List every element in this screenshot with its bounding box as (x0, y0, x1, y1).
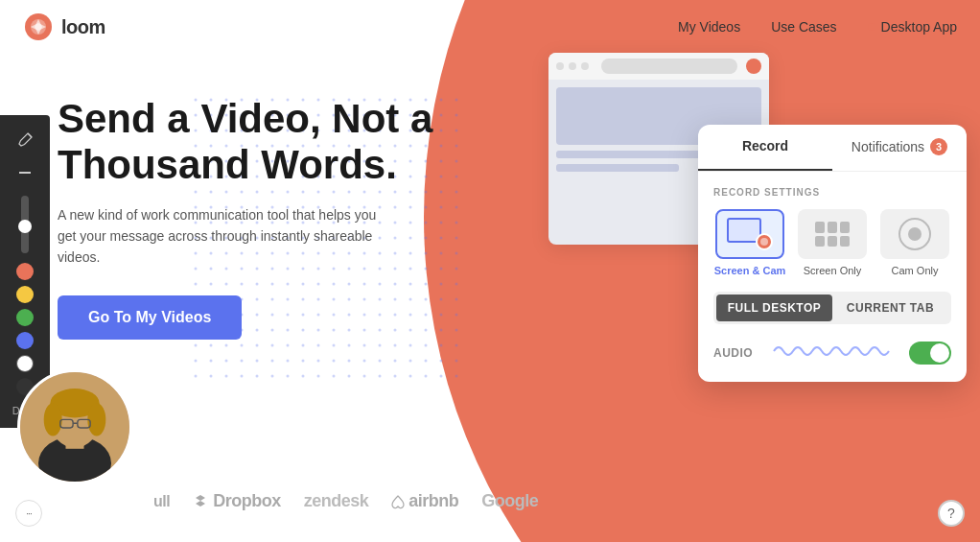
cam-inner (760, 238, 768, 246)
full-desktop-btn[interactable]: FULL DESKTOP (716, 295, 832, 321)
help-icon: ? (947, 506, 955, 521)
headline-line1: Send a Video, Not a (58, 96, 432, 141)
screen-cam-label: Screen & Cam (714, 265, 786, 276)
desktop-dot-icon (868, 23, 875, 31)
cam-only-inner (908, 227, 922, 241)
loom-logo-icon (23, 12, 54, 42)
bottom-left-menu[interactable]: ··· (15, 500, 42, 527)
option-screen-only[interactable]: Screen Only (796, 209, 869, 276)
headline-line2: Thousand Words. (58, 142, 397, 187)
cta-button[interactable]: Go To My Videos (58, 295, 242, 340)
cam-circle (756, 233, 773, 250)
settings-label: RECORD SETTINGS (713, 187, 951, 198)
cam-only-icon (898, 218, 931, 250)
notif-badge: 3 (930, 138, 947, 155)
brand-airbnb: airbnb (391, 491, 458, 511)
browser-content-line-2 (556, 164, 679, 172)
color-swatch-yellow[interactable] (16, 286, 34, 303)
wave-svg (763, 340, 899, 363)
audio-label: AUDIO (713, 346, 754, 360)
avatar (17, 369, 132, 484)
brand-zendesk: zendesk (304, 491, 369, 511)
browser-bar (548, 53, 769, 80)
screen-only-icon (811, 218, 853, 250)
color-swatch-orange[interactable] (16, 263, 34, 280)
line-icon[interactable] (12, 159, 38, 186)
dots-icon: ··· (26, 508, 31, 519)
color-swatch-green[interactable] (16, 309, 34, 326)
nav-desktop-app[interactable]: Desktop App (868, 19, 957, 35)
hero-subtext: A new kind of work communication tool th… (58, 204, 384, 269)
header-nav: My Videos Use Cases Desktop App (678, 19, 957, 35)
screen-cam-icon-box (715, 209, 784, 259)
avatar-image (20, 369, 129, 484)
record-panel: Record Notifications 3 RECORD SETTINGS S… (698, 125, 967, 382)
svg-point-10 (44, 403, 62, 436)
browser-dot-1 (556, 62, 564, 70)
svg-point-11 (87, 403, 105, 436)
grid-cell-3 (840, 222, 850, 233)
browser-dot-3 (581, 62, 589, 70)
svg-marker-15 (196, 495, 205, 507)
brand-logos: ull Dropbox zendesk airbnb Google (153, 491, 538, 511)
cam-only-label: Cam Only (892, 265, 939, 276)
audio-toggle[interactable] (909, 342, 951, 365)
screen-cam-icon (727, 218, 773, 250)
option-screen-cam[interactable]: Screen & Cam (713, 209, 786, 276)
brand-google: Google (481, 491, 538, 511)
grid-cell-2 (828, 222, 837, 233)
nav-my-videos[interactable]: My Videos (678, 19, 740, 35)
grid-cell-4 (815, 236, 825, 247)
browser-dot-2 (569, 62, 576, 70)
grid-cell-5 (828, 236, 837, 247)
record-options: Screen & Cam Screen Only (713, 209, 951, 276)
hero-headline: Send a Video, Not a Thousand Words. (58, 96, 460, 189)
audio-toggle-thumb (930, 343, 949, 363)
option-cam-only[interactable]: Cam Only (878, 209, 951, 276)
grid-cell-6 (840, 236, 850, 247)
brand-hull: ull (153, 493, 170, 510)
cam-only-icon-box (880, 209, 949, 259)
screen-only-icon-box (798, 209, 867, 259)
audio-row: AUDIO (713, 340, 951, 366)
tab-notifications-label: Notifications (852, 139, 924, 154)
pencil-icon[interactable] (12, 127, 38, 153)
audio-wave (763, 340, 899, 366)
size-slider[interactable] (21, 196, 29, 253)
help-button[interactable]: ? (938, 500, 965, 527)
logo-text: loom (61, 16, 105, 38)
tab-notifications[interactable]: Notifications 3 (832, 125, 967, 171)
current-tab-btn[interactable]: CURRENT TAB (832, 295, 948, 321)
grid-cell-1 (815, 222, 825, 233)
browser-url-bar (601, 59, 737, 74)
browser-content-line-1 (556, 151, 720, 158)
screen-only-label: Screen Only (804, 265, 862, 276)
logo: loom (23, 12, 105, 42)
color-swatch-white[interactable] (16, 355, 34, 372)
desktop-tab-toggle: FULL DESKTOP CURRENT TAB (713, 292, 951, 324)
nav-use-cases[interactable]: Use Cases (771, 19, 836, 35)
tab-record[interactable]: Record (698, 125, 832, 171)
panel-body: RECORD SETTINGS Screen & Cam (698, 172, 967, 382)
main-content: Send a Video, Not a Thousand Words. A ne… (58, 96, 460, 340)
browser-loom-icon (746, 59, 761, 74)
header: loom My Videos Use Cases Desktop App (0, 0, 980, 54)
color-swatch-blue[interactable] (16, 332, 34, 349)
panel-tabs: Record Notifications 3 (698, 125, 967, 172)
slider-thumb (18, 220, 32, 233)
brand-dropbox: Dropbox (193, 491, 281, 511)
